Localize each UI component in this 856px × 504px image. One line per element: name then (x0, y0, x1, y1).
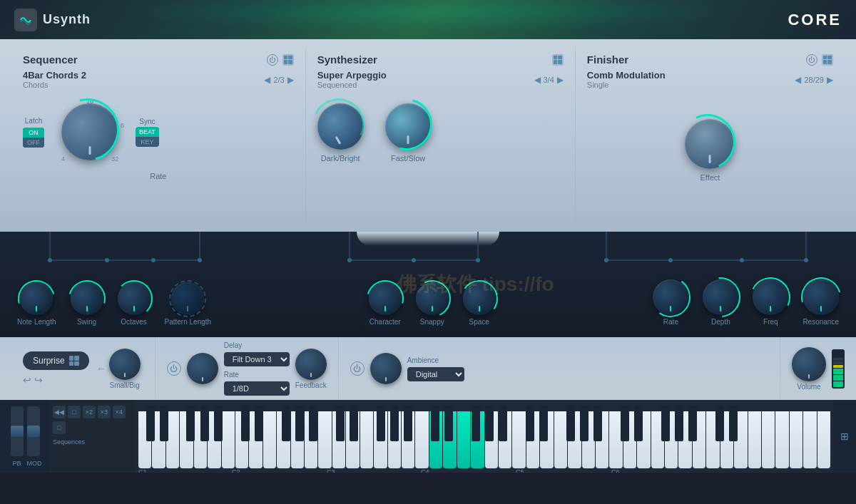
white-key-12[interactable] (291, 411, 304, 468)
white-key-8[interactable] (235, 411, 248, 468)
white-key-22-active[interactable] (429, 411, 442, 468)
delay-preset-select[interactable]: Filt Down 3 (224, 352, 290, 366)
white-key-4[interactable] (180, 411, 193, 468)
white-key-7[interactable] (222, 411, 235, 468)
synthesizer-prev-button[interactable]: ◀ (534, 75, 541, 85)
white-key-33[interactable] (582, 411, 595, 468)
synthesizer-next-button[interactable]: ▶ (557, 75, 564, 85)
space-knob[interactable] (463, 282, 496, 315)
white-key-39[interactable] (665, 411, 678, 468)
latch-toggle[interactable]: ON OFF (23, 128, 44, 148)
white-key-6[interactable] (208, 411, 220, 468)
resonance-knob[interactable] (803, 279, 839, 315)
white-key-46[interactable] (762, 411, 775, 468)
delay-power-button[interactable]: ⏻ (167, 361, 181, 376)
sequencer-grid-button[interactable] (282, 54, 294, 66)
white-key-24-active[interactable] (457, 411, 470, 468)
white-key-38[interactable] (651, 411, 664, 468)
dark-bright-knob[interactable] (317, 103, 364, 150)
octaves-knob[interactable] (118, 282, 151, 315)
swing-knob[interactable] (71, 282, 103, 315)
white-key-11[interactable] (277, 411, 290, 468)
white-key-1[interactable] (138, 411, 151, 468)
seq-x2-button[interactable]: ×2 (83, 406, 96, 418)
surprise-button[interactable]: Surprise (23, 351, 89, 370)
white-key-40[interactable] (678, 411, 691, 468)
depth-knob[interactable] (703, 279, 738, 315)
white-key-41[interactable] (693, 411, 705, 468)
delay-rate-select[interactable]: 1/8D (224, 381, 290, 396)
white-key-30[interactable] (540, 411, 553, 468)
feedback-knob[interactable] (295, 349, 327, 380)
white-key-37[interactable] (637, 411, 650, 468)
ambience-main-knob[interactable] (370, 353, 402, 384)
white-key-35[interactable] (609, 411, 622, 468)
white-key-32[interactable] (568, 411, 581, 468)
effect-knob[interactable] (685, 119, 735, 169)
white-key-50[interactable] (817, 411, 830, 468)
finisher-grid-button[interactable] (822, 54, 833, 66)
white-key-25-active[interactable] (471, 411, 484, 468)
white-key-13[interactable] (305, 411, 317, 468)
white-key-29[interactable] (526, 411, 539, 468)
white-key-14[interactable] (318, 411, 331, 468)
white-key-16[interactable] (346, 411, 359, 468)
white-key-20[interactable] (402, 411, 414, 468)
sequencer-prev-button[interactable]: ◀ (264, 75, 270, 85)
white-key-3[interactable] (166, 411, 179, 468)
sync-toggle[interactable]: BEAT KEY (136, 127, 159, 147)
white-key-17[interactable] (360, 411, 373, 468)
note-length-knob[interactable] (20, 282, 53, 315)
white-key-34[interactable] (596, 411, 608, 468)
white-key-43[interactable] (720, 411, 733, 468)
white-key-23-active[interactable] (443, 411, 456, 468)
mod-slider[interactable] (27, 406, 40, 456)
seq-play-button[interactable]: □ (68, 406, 81, 418)
pb-slider[interactable] (11, 406, 24, 456)
white-key-26[interactable] (485, 411, 498, 468)
white-key-10[interactable] (263, 411, 276, 468)
white-key-9[interactable] (249, 411, 262, 468)
seq-rewind-button[interactable]: ◀◀ (53, 406, 66, 418)
white-key-19[interactable] (388, 411, 401, 468)
rate-small-knob[interactable] (653, 279, 688, 315)
white-key-21[interactable] (415, 411, 428, 468)
pattern-length-knob[interactable] (171, 282, 204, 315)
white-key-48[interactable] (790, 411, 802, 468)
fast-slow-knob[interactable] (385, 103, 432, 150)
rate-knob[interactable] (61, 103, 118, 160)
white-key-15[interactable] (332, 411, 345, 468)
white-key-2[interactable] (152, 411, 165, 468)
seq-x4-button[interactable]: ×4 (113, 406, 126, 418)
white-key-45[interactable] (748, 411, 761, 468)
sequencer-next-button[interactable]: ▶ (287, 75, 294, 85)
sequencer-power-button[interactable]: ⏻ (267, 54, 278, 66)
seq-x3-button[interactable]: ×3 (98, 406, 111, 418)
white-key-5[interactable] (194, 411, 207, 468)
white-key-44[interactable] (734, 411, 747, 468)
keyboard-settings-icon[interactable]: ⊞ (840, 431, 849, 442)
redo-button[interactable]: ↪ (34, 374, 43, 386)
small-big-knob[interactable] (109, 349, 141, 380)
white-key-18[interactable] (374, 411, 387, 468)
finisher-power-button[interactable]: ⏻ (806, 54, 817, 66)
character-knob[interactable] (369, 282, 402, 315)
finisher-prev-button[interactable]: ◀ (795, 75, 801, 85)
white-key-49[interactable] (803, 411, 816, 468)
delay-main-knob[interactable] (187, 353, 218, 384)
ambience-power-button[interactable]: ⏻ (350, 361, 365, 376)
synthesizer-grid-button[interactable] (552, 54, 564, 66)
white-key-47[interactable] (775, 411, 788, 468)
white-key-28[interactable] (512, 411, 525, 468)
finisher-next-button[interactable]: ▶ (827, 75, 833, 85)
seq-extra-button[interactable]: □ (53, 421, 66, 434)
white-key-31[interactable] (554, 411, 567, 468)
ambience-preset-select[interactable]: Digital (407, 367, 464, 381)
white-key-36[interactable] (623, 411, 636, 468)
freq-knob[interactable] (753, 279, 788, 315)
white-key-27[interactable] (499, 411, 511, 468)
undo-button[interactable]: ↩ (23, 374, 31, 386)
white-key-42[interactable] (706, 411, 719, 468)
snappy-knob[interactable] (416, 282, 449, 315)
volume-knob[interactable] (792, 347, 826, 381)
